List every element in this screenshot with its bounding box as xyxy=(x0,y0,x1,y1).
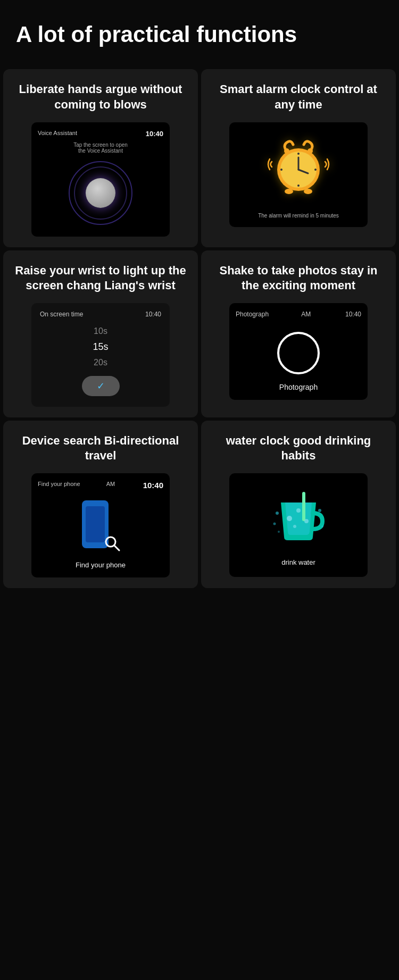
svg-point-15 xyxy=(287,516,292,521)
voice-assistant-mockup: Voice Assistant 10:40 Tap the screen to … xyxy=(31,122,170,237)
card-shake-photo: Shake to take photos stay in the excitin… xyxy=(201,250,396,417)
find-ampm: AM xyxy=(106,481,117,490)
photo-btn-label: Photograph xyxy=(279,383,318,391)
alarm-mockup: The alarm will remind in 5 minutes xyxy=(229,122,368,227)
search-icon-wrap xyxy=(104,535,121,552)
svg-point-17 xyxy=(293,525,296,528)
find-time: 10:40 xyxy=(143,481,163,490)
card-liberate-hands: Liberate hands argue without coming to b… xyxy=(3,69,198,247)
card-raise-wrist-title: Raise your wrist to light up the screen … xyxy=(12,263,189,294)
svg-point-18 xyxy=(304,519,309,523)
card-shake-photo-title: Shake to take photos stay in the excitin… xyxy=(210,263,387,294)
water-cup-icon xyxy=(269,489,328,550)
option-15s[interactable]: 15s xyxy=(93,341,108,353)
svg-rect-14 xyxy=(302,492,305,521)
svg-point-8 xyxy=(284,148,289,154)
voice-circle xyxy=(69,161,132,225)
features-grid: Liberate hands argue without coming to b… xyxy=(0,64,399,593)
voice-time: 10:40 xyxy=(146,130,163,138)
svg-point-5 xyxy=(297,185,300,187)
card-find-phone-title: Device search Bi-directional travel xyxy=(12,433,189,464)
card-water-clock: water clock good drinking habits xyxy=(201,421,396,588)
svg-point-21 xyxy=(318,509,321,512)
voice-sub: Tap the screen to openthe Voice Assistan… xyxy=(73,142,128,154)
photo-shutter-button[interactable] xyxy=(277,332,320,374)
find-label: Find your phone xyxy=(38,481,80,490)
card-find-phone: Device search Bi-directional travel Find… xyxy=(3,421,198,588)
card-raise-wrist: Raise your wrist to light up the screen … xyxy=(3,250,198,417)
find-btn-label: Find your phone xyxy=(76,561,126,569)
screen-time-mockup: On screen time 10:40 10s 15s 20s ✓ xyxy=(31,303,170,407)
svg-point-20 xyxy=(273,522,276,525)
photo-ampm: AM xyxy=(301,311,312,318)
find-phone-mockup: Find your phone AM 10:40 Find your phone xyxy=(31,473,170,577)
water-drink-label: drink water xyxy=(281,558,315,566)
screen-time-confirm: ✓ xyxy=(40,376,161,396)
screen-time-label: On screen time xyxy=(40,311,83,318)
screen-time-value: 10:40 xyxy=(145,311,161,318)
card-smart-alarm: Smart alarm clock control at any time xyxy=(201,69,396,247)
svg-point-23 xyxy=(278,531,280,533)
screen-time-options: 10s 15s 20s xyxy=(40,326,161,367)
photo-time: 10:40 xyxy=(345,311,361,318)
svg-point-22 xyxy=(321,525,323,527)
option-10s[interactable]: 10s xyxy=(94,326,107,336)
svg-point-9 xyxy=(307,148,313,154)
svg-point-7 xyxy=(314,169,317,171)
checkmark-icon: ✓ xyxy=(97,380,105,392)
card-smart-alarm-title: Smart alarm clock control at any time xyxy=(210,82,387,112)
voice-label: Voice Assistant xyxy=(38,130,77,138)
alarm-icon xyxy=(267,135,330,207)
phone-screen xyxy=(86,506,105,542)
photo-label: Photograph xyxy=(236,311,269,318)
water-mockup: drink water xyxy=(229,473,368,577)
svg-line-13 xyxy=(114,546,119,550)
svg-point-16 xyxy=(296,508,301,513)
alarm-sub-text: The alarm will remind in 5 minutes xyxy=(258,213,339,219)
svg-point-11 xyxy=(304,189,312,194)
page-title: A lot of practical functions xyxy=(0,0,399,64)
svg-point-10 xyxy=(285,189,293,194)
find-phone-icon xyxy=(82,500,119,554)
confirm-button[interactable]: ✓ xyxy=(82,376,120,396)
svg-point-4 xyxy=(297,153,300,155)
svg-point-6 xyxy=(280,169,282,171)
svg-point-19 xyxy=(276,512,279,515)
option-20s[interactable]: 20s xyxy=(94,358,107,367)
card-liberate-hands-title: Liberate hands argue without coming to b… xyxy=(12,82,189,112)
card-water-clock-title: water clock good drinking habits xyxy=(210,433,387,464)
photo-mockup: Photograph AM 10:40 Photograph xyxy=(229,303,368,400)
voice-button[interactable] xyxy=(86,178,115,208)
